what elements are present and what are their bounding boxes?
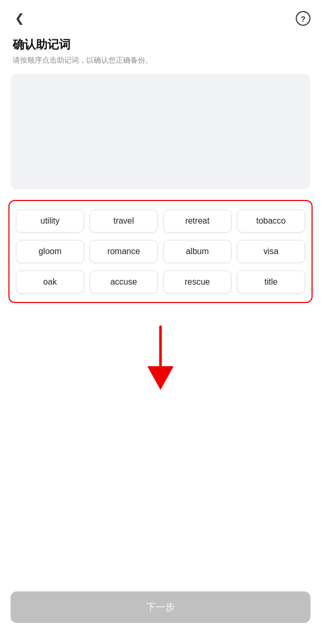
page-title-section: 确认助记词 请按顺序点击助记词，以确认您正确备份。: [0, 32, 321, 74]
next-button[interactable]: 下一步: [11, 591, 310, 623]
word-chip-oak[interactable]: oak: [16, 270, 84, 294]
word-chip-accuse[interactable]: accuse: [89, 270, 158, 294]
word-chip-title[interactable]: title: [237, 270, 305, 294]
back-button[interactable]: ❮: [11, 11, 28, 26]
help-icon: ?: [300, 14, 305, 23]
word-chip-tobacco[interactable]: tobacco: [237, 209, 305, 233]
selection-area: [11, 74, 310, 189]
page-title: 确认助记词: [13, 37, 308, 53]
down-arrow-icon: [142, 324, 179, 393]
svg-marker-1: [147, 366, 174, 390]
word-chip-retreat[interactable]: retreat: [163, 209, 232, 233]
header: ❮ ?: [0, 0, 321, 32]
word-grid: utilitytravelretreattobaccogloomromancea…: [16, 209, 305, 294]
word-chip-rescue[interactable]: rescue: [163, 270, 232, 294]
word-chip-album[interactable]: album: [163, 240, 232, 263]
help-button[interactable]: ?: [296, 11, 310, 26]
word-grid-container: utilitytravelretreattobaccogloomromancea…: [8, 200, 313, 303]
page-subtitle: 请按顺序点击助记词，以确认您正确备份。: [13, 56, 308, 65]
word-chip-visa[interactable]: visa: [237, 240, 305, 263]
word-chip-romance[interactable]: romance: [89, 240, 158, 263]
word-chip-gloom[interactable]: gloom: [16, 240, 84, 263]
word-chip-travel[interactable]: travel: [89, 209, 158, 233]
arrow-section: [0, 314, 321, 398]
word-chip-utility[interactable]: utility: [16, 209, 84, 233]
